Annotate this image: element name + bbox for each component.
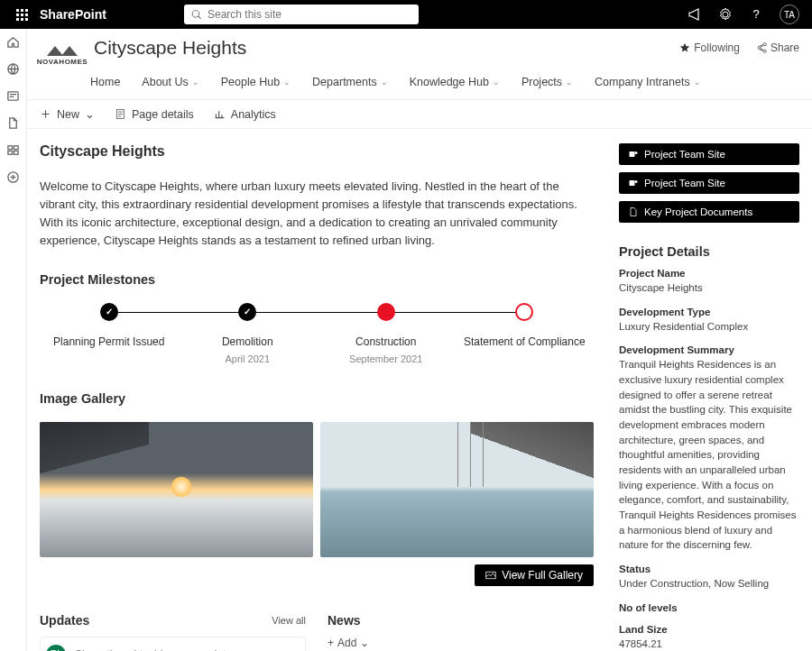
share-icon [756, 42, 767, 53]
chevron-down-icon: ⌄ [360, 637, 369, 649]
follow-button[interactable]: Following [679, 41, 740, 54]
megaphone-icon[interactable] [687, 7, 702, 22]
globe-icon[interactable] [6, 61, 21, 76]
svg-point-13 [635, 180, 638, 183]
project-details-heading: Project Details [619, 244, 799, 259]
nav-intranets[interactable]: Company Intranets⌄ [595, 70, 701, 94]
milestone-dot-done [100, 303, 118, 321]
new-button[interactable]: New ⌄ [40, 107, 95, 121]
lists-icon[interactable] [6, 142, 21, 157]
user-avatar-small: TA [46, 645, 66, 651]
share-update-field[interactable] [75, 648, 300, 651]
svg-rect-4 [14, 145, 18, 149]
gallery-icon [485, 570, 496, 581]
plus-icon: + [328, 637, 334, 649]
project-team-site-button[interactable]: Project Team Site [619, 172, 799, 194]
search-input[interactable] [208, 8, 411, 21]
user-avatar[interactable]: TA [780, 5, 799, 24]
page-details-button[interactable]: Page details [115, 107, 194, 121]
milestone-dot-done [238, 303, 256, 321]
svg-rect-2 [8, 91, 18, 99]
milestones-timeline: Planning Permit Issued Demolition April … [40, 303, 594, 364]
milestones-heading: Project Milestones [40, 272, 594, 287]
star-icon [679, 42, 690, 53]
page-details-icon [115, 108, 126, 120]
svg-rect-5 [8, 151, 13, 154]
teams-icon [628, 149, 639, 160]
help-icon[interactable]: ? [749, 7, 763, 22]
nav-departments[interactable]: Departments⌄ [312, 70, 388, 94]
svg-rect-10 [630, 151, 635, 157]
updates-heading: Updates [40, 613, 89, 628]
settings-icon[interactable] [718, 7, 733, 22]
analytics-button[interactable]: Analytics [214, 107, 276, 121]
document-icon [628, 206, 639, 217]
chevron-down-icon: ⌄ [694, 78, 701, 87]
chevron-down-icon: ⌄ [381, 78, 388, 87]
suite-brand: SharePoint [40, 7, 106, 22]
svg-point-11 [635, 151, 638, 154]
view-gallery-button[interactable]: View Full Gallery [475, 564, 594, 586]
nav-home[interactable]: Home [90, 70, 120, 94]
gallery-image[interactable] [40, 422, 313, 557]
share-update-input[interactable]: TA [40, 637, 306, 651]
news-add-button[interactable]: + Add ⌄ [328, 637, 594, 649]
page-title: Cityscape Heights [40, 143, 594, 160]
gallery-image[interactable] [320, 422, 594, 557]
chevron-down-icon: ⌄ [85, 107, 95, 121]
site-logo[interactable]: NOVAHOMES [40, 34, 85, 74]
chevron-down-icon: ⌄ [566, 78, 573, 87]
page-intro: Welcome to Cityscape Heights, where urba… [40, 178, 594, 251]
teams-icon [628, 178, 639, 188]
nav-projects[interactable]: Projects⌄ [521, 70, 573, 94]
chevron-down-icon: ⌄ [192, 78, 199, 87]
nav-people[interactable]: People Hub⌄ [221, 70, 291, 94]
home-icon[interactable] [6, 34, 21, 49]
analytics-icon [214, 108, 226, 120]
svg-text:?: ? [752, 7, 759, 21]
milestone-dot-active [377, 303, 395, 321]
app-launcher[interactable] [7, 0, 36, 29]
key-documents-button[interactable]: Key Project Documents [619, 201, 799, 223]
svg-rect-3 [8, 145, 13, 149]
chevron-down-icon: ⌄ [283, 78, 291, 87]
plus-icon [40, 108, 51, 120]
project-team-site-button[interactable]: Project Team Site [619, 143, 799, 165]
site-title: Cityscape Heights [94, 37, 246, 59]
gallery-heading: Image Gallery [40, 391, 594, 406]
svg-rect-12 [630, 180, 635, 186]
search-icon [191, 9, 202, 21]
files-icon[interactable] [6, 115, 21, 130]
chevron-down-icon: ⌄ [493, 78, 500, 87]
search-box[interactable] [184, 5, 419, 24]
create-icon[interactable] [6, 170, 21, 184]
nav-knowledge[interactable]: Knowledge Hub⌄ [410, 70, 500, 94]
svg-rect-6 [14, 151, 18, 154]
news-icon[interactable] [6, 88, 21, 103]
nav-about[interactable]: About Us⌄ [142, 70, 198, 94]
news-heading: News [328, 613, 361, 628]
share-button[interactable]: Share [756, 41, 799, 54]
milestone-dot-future [515, 303, 533, 321]
updates-view-all[interactable]: View all [272, 615, 306, 626]
